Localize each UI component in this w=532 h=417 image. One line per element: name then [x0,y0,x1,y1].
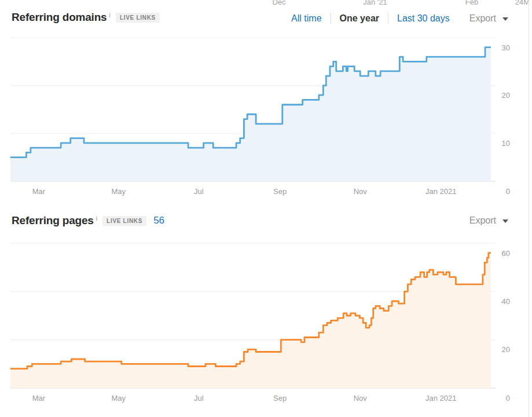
caret-down-icon [502,220,508,223]
x-axis-label: Mar [32,187,46,196]
backlinks-dashboard: DecJan '21Feb24M Referring domains i LIV… [0,0,532,417]
export-button[interactable]: Export [469,13,508,24]
tab-last-30-days[interactable]: Last 30 days [397,13,450,24]
page-title-referring-pages: Referring pages [12,214,94,227]
live-links-badge: LIVE LINKS [102,216,146,226]
page-title-referring-domains: Referring domains [12,11,107,24]
info-icon[interactable]: i [109,11,110,19]
time-range-tabs: All timeOne yearLast 30 days [291,13,450,24]
y-axis-label: 30 [502,43,510,52]
referring-pages-header: Referring pages i LIVE LINKS 56 [12,214,164,227]
tab-divider [388,13,388,24]
series-area [10,253,491,388]
x-axis-label: Nov [354,187,368,196]
caret-down-icon [502,17,508,21]
live-links-count-link[interactable]: 56 [153,215,164,226]
y-axis-label: 60 [502,249,510,258]
x-axis-label: Sep [273,394,287,403]
referring-pages-chart[interactable]: 0204060MarMayJulSepNovJan 2021 [0,237,532,411]
x-axis-label: Jan 2021 [425,187,457,196]
export-button[interactable]: Export [469,215,508,226]
axis-label: 24M [515,0,529,6]
panel-right-border [529,0,529,417]
y-axis-label: 40 [502,297,510,306]
referring-domains-header: Referring domains i LIVE LINKS [12,11,160,24]
axis-label: Jan '21 [363,0,387,6]
live-links-badge: LIVE LINKS [116,13,160,23]
export-label: Export [469,13,496,24]
x-axis-label: Jul [194,394,204,403]
x-axis-label: Nov [354,394,368,403]
info-icon[interactable]: i [96,214,97,222]
tab-one-year[interactable]: One year [340,13,379,24]
y-axis-label: 10 [502,139,510,148]
x-axis-label: Mar [32,394,46,403]
y-axis-label: 20 [502,91,510,100]
x-axis-label: May [111,394,126,403]
x-axis-label: May [111,187,126,196]
tab-all-time[interactable]: All time [291,13,321,24]
axis-label: Dec [272,0,285,6]
referring-domains-chart[interactable]: 0102030MarMayJulSepNovJan 2021 [0,32,532,201]
export-label: Export [469,215,496,226]
x-axis-label: Sep [273,187,287,196]
x-axis-label: Jan 2021 [425,394,457,403]
x-axis-label: Jul [194,187,204,196]
referring-domains-controls: All timeOne yearLast 30 days Export [291,13,508,24]
y-axis-label: 0 [506,394,510,403]
tab-divider [331,13,331,24]
previous-chart-axis-strip: DecJan '21Feb24M [0,0,529,6]
y-axis-label: 20 [502,345,510,354]
y-axis-label: 0 [506,187,510,196]
axis-label: Feb [465,0,478,6]
referring-pages-controls: Export [469,215,508,226]
